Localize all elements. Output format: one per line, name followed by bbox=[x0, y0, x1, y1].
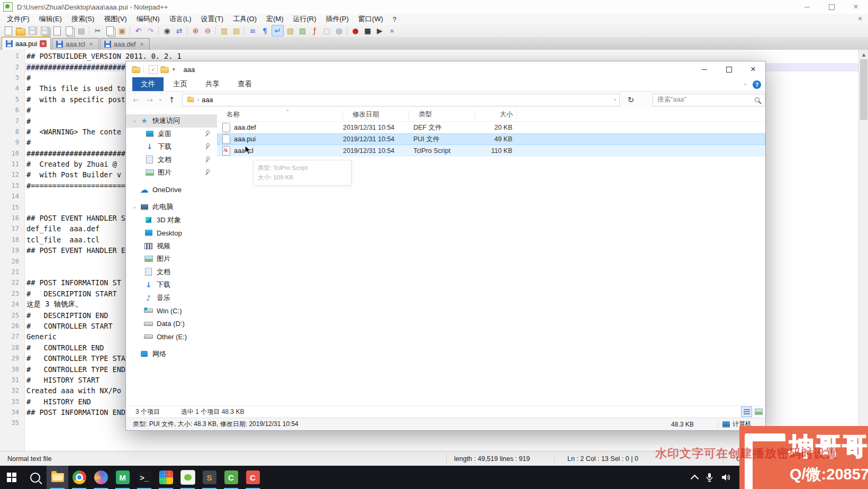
sidebar-item-downloads[interactable]: 下载 bbox=[126, 278, 217, 292]
tab-close-icon[interactable]: ✕ bbox=[40, 40, 47, 47]
menu-item[interactable]: 设置(T) bbox=[196, 13, 229, 25]
find-button[interactable]: ◉ bbox=[161, 25, 173, 36]
speaker-icon[interactable] bbox=[721, 473, 731, 482]
macro-record-button[interactable]: ● bbox=[350, 25, 361, 36]
menu-item[interactable]: 运行(R) bbox=[288, 13, 321, 25]
taskbar-notepadpp[interactable] bbox=[177, 466, 198, 489]
menu-item[interactable]: 工具(O) bbox=[228, 13, 261, 25]
undo-button[interactable]: ↶ bbox=[133, 25, 144, 36]
redo-button[interactable]: ↷ bbox=[145, 25, 156, 36]
sidebar-item-pictures[interactable]: 图片 bbox=[126, 252, 217, 266]
column-header-size[interactable]: 大小 bbox=[475, 110, 517, 119]
menu-item[interactable]: 语言(L) bbox=[165, 13, 196, 25]
file-row-aaa-tcl[interactable]: aaa.tcl 2019/12/31 10:54 TclPro Script 1… bbox=[217, 145, 765, 157]
paste-button[interactable]: ▣ bbox=[116, 25, 128, 36]
tab-close-icon[interactable]: ✕ bbox=[139, 41, 146, 48]
breadcrumb[interactable]: aaa bbox=[202, 96, 213, 104]
file-row-aaa-pui[interactable]: aaa.pui 2019/12/31 10:54 PUI 文件 49 KB bbox=[217, 133, 765, 145]
back-icon[interactable] bbox=[129, 95, 143, 105]
document-tab[interactable]: aaa.tcl ✕ bbox=[52, 38, 99, 50]
taskbar-search-button[interactable] bbox=[23, 466, 47, 489]
ribbon-tab[interactable]: 文件 bbox=[132, 77, 164, 91]
document-tab[interactable]: aaa.def ✕ bbox=[100, 38, 150, 50]
search-icon[interactable] bbox=[755, 97, 760, 102]
close-button[interactable] bbox=[51, 25, 62, 36]
document-tab[interactable]: aaa.pui ✕ bbox=[2, 37, 51, 50]
column-header-name[interactable]: 名称 bbox=[217, 110, 343, 119]
macro-play-button[interactable]: ▶ bbox=[374, 25, 385, 36]
menu-item[interactable]: 编辑(E) bbox=[34, 13, 67, 25]
word-wrap-button[interactable]: ↵ bbox=[272, 25, 284, 37]
start-button[interactable] bbox=[0, 466, 23, 489]
print-button[interactable]: ▤ bbox=[76, 25, 87, 36]
up-icon[interactable] bbox=[165, 95, 179, 105]
sidebar-item-music[interactable]: 音乐 bbox=[126, 292, 217, 305]
save-all-button[interactable] bbox=[39, 25, 50, 36]
close-all-button[interactable] bbox=[64, 25, 75, 36]
menu-item[interactable]: 视图(V) bbox=[99, 13, 131, 25]
address-dropdown-icon[interactable] bbox=[611, 98, 618, 101]
tab-close-icon[interactable]: ✕ bbox=[88, 41, 95, 48]
document-close-icon[interactable]: × bbox=[855, 14, 865, 23]
cut-button[interactable]: ✂ bbox=[92, 25, 103, 36]
preview-button[interactable]: ◎ bbox=[333, 25, 345, 36]
details-view-toggle[interactable] bbox=[741, 406, 752, 417]
sidebar-item-quick-access[interactable]: 快速访问 bbox=[126, 114, 217, 128]
column-header-date[interactable]: 修改日期 bbox=[343, 110, 409, 119]
save-button[interactable] bbox=[27, 25, 38, 36]
ribbon-tab[interactable]: 查看 bbox=[229, 77, 260, 91]
editor-vertical-scrollbar[interactable]: ▲ bbox=[858, 50, 868, 451]
open-file-button[interactable] bbox=[15, 25, 26, 36]
sidebar-item-desktop[interactable]: Desktop bbox=[126, 227, 217, 240]
sidebar-item-pictures-pinned[interactable]: 图片 bbox=[126, 166, 217, 179]
sidebar-item-desktop-pinned[interactable]: 桌面 bbox=[126, 128, 217, 141]
menu-item[interactable]: 文件(F) bbox=[2, 13, 34, 25]
taskbar-color-grid[interactable] bbox=[155, 466, 177, 489]
tray-expand-icon[interactable] bbox=[691, 474, 699, 483]
address-bar[interactable]: aaa bbox=[182, 94, 620, 106]
sync-horizontal-button[interactable]: ▤ bbox=[231, 25, 242, 36]
thumbnails-view-toggle[interactable] bbox=[753, 406, 764, 417]
menu-item[interactable]: 宏(M) bbox=[261, 13, 288, 25]
show-all-chars-button[interactable]: ¶ bbox=[259, 25, 270, 36]
menu-item[interactable]: 插件(P) bbox=[321, 13, 354, 25]
macro-stop-button[interactable]: ■ bbox=[362, 25, 373, 36]
taskbar-explorer[interactable] bbox=[47, 466, 68, 489]
sidebar-item-network[interactable]: 网络 bbox=[126, 348, 217, 361]
sidebar-item-drive-c[interactable]: Win (C:) bbox=[126, 304, 217, 318]
menu-item[interactable]: ? bbox=[388, 14, 401, 24]
sidebar-item-3d-objects[interactable]: 3D 对象 bbox=[126, 214, 217, 227]
new-folder-quick-icon[interactable] bbox=[160, 67, 168, 73]
notepad-minimize-button[interactable] bbox=[795, 0, 819, 14]
zoom-out-button[interactable]: ⊖ bbox=[202, 25, 213, 36]
forward-icon[interactable] bbox=[143, 95, 157, 105]
scrollbar-thumb[interactable] bbox=[860, 59, 867, 120]
zoom-in-button[interactable]: ⊕ bbox=[190, 25, 201, 36]
taskbar-app-green-m[interactable]: M bbox=[112, 466, 133, 489]
microphone-icon[interactable] bbox=[705, 473, 713, 482]
taskbar-chrome[interactable] bbox=[68, 466, 90, 489]
macro-run-multiple-button[interactable]: » bbox=[386, 25, 397, 36]
folder-workspace-button[interactable]: ▢ bbox=[321, 25, 332, 36]
notepad-close-button[interactable] bbox=[844, 0, 868, 14]
sidebar-item-documents-pinned[interactable]: 文档 bbox=[126, 153, 217, 167]
function-list-button[interactable]: ▨ bbox=[297, 25, 308, 36]
flash-button[interactable]: ƒ bbox=[309, 25, 320, 36]
refresh-icon[interactable] bbox=[624, 95, 638, 105]
replace-button[interactable]: ⇄ bbox=[174, 25, 185, 36]
ribbon-tab[interactable]: 主页 bbox=[165, 77, 196, 91]
taskbar-camtasia-green[interactable]: C bbox=[220, 466, 242, 489]
explorer-close-button[interactable] bbox=[741, 61, 765, 77]
menu-item[interactable]: 搜索(S) bbox=[67, 13, 99, 25]
sidebar-item-videos[interactable]: 视频 bbox=[126, 240, 217, 253]
scroll-up-arrow-icon[interactable]: ▲ bbox=[859, 51, 868, 59]
properties-quick-icon[interactable] bbox=[149, 65, 158, 74]
file-row-aaa-def[interactable]: aaa.def 2019/12/31 10:54 DEF 文件 20 KB bbox=[217, 122, 765, 133]
search-input[interactable]: 搜索"aaa" bbox=[653, 94, 765, 106]
copy-button[interactable] bbox=[104, 25, 115, 36]
new-file-button[interactable] bbox=[3, 25, 14, 36]
taskbar-terminal[interactable]: >_ bbox=[133, 466, 155, 489]
sidebar-item-onedrive[interactable]: OneDrive bbox=[126, 184, 217, 197]
indent-guide-button[interactable]: ≡ bbox=[247, 25, 258, 36]
sidebar-item-this-pc[interactable]: 此电脑 bbox=[126, 201, 217, 214]
